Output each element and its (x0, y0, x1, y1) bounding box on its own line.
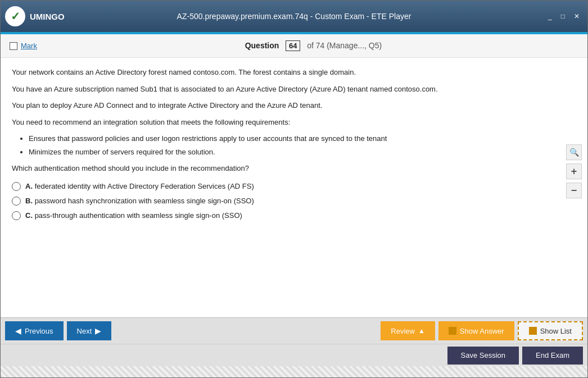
close-button[interactable]: ✕ (571, 11, 583, 21)
show-answer-button[interactable]: Show Answer (438, 321, 514, 340)
radio-b[interactable] (12, 197, 21, 206)
bullet-2: Minimizes the number of servers required… (29, 147, 576, 158)
review-arrow-icon: ▲ (418, 327, 425, 335)
zoom-out-icon[interactable]: − (566, 183, 582, 198)
review-button[interactable]: Review ▲ (381, 321, 435, 340)
show-list-icon (529, 327, 537, 335)
prev-arrow-icon: ◀ (15, 326, 21, 335)
minimize-button[interactable]: _ (545, 11, 555, 21)
mark-section[interactable]: Mark (10, 42, 37, 50)
radio-c[interactable] (12, 211, 21, 220)
paragraph-3: You plan to deploy Azure AD Connect and … (12, 100, 576, 111)
option-c[interactable]: C. pass-through authentication with seam… (12, 211, 576, 220)
window-title: AZ-500.prepaway.premium.exam.74q - Custo… (177, 12, 411, 21)
search-icon[interactable]: 🔍 (566, 144, 582, 160)
option-b-label: B. password hash synchronization with se… (25, 197, 254, 205)
question-info: Question 64 of 74 (Manage..., Q5) (245, 40, 382, 51)
show-answer-icon (449, 327, 456, 335)
question-number: 64 (286, 40, 300, 51)
title-bar-left: ✓ UMINGO (5, 6, 65, 26)
bullet-1: Ensures that password policies and user … (29, 133, 576, 144)
mark-label[interactable]: Mark (21, 42, 37, 50)
option-b[interactable]: B. password hash synchronization with se… (12, 197, 576, 206)
question-header: Mark Question 64 of 74 (Manage..., Q5) (1, 34, 587, 58)
logo-text: UMINGO (30, 12, 65, 21)
question-label: Question (245, 41, 279, 50)
toolbar-row2: Save Session End Exam (1, 344, 587, 366)
next-button[interactable]: Next ▶ (67, 321, 112, 340)
previous-button[interactable]: ◀ Previous (5, 321, 64, 340)
mark-checkbox[interactable] (10, 42, 17, 50)
paragraph-1: Your network contains an Active Director… (12, 67, 576, 78)
toolbar-row1: ◀ Previous Next ▶ Review ▲ Show Answer S… (1, 318, 587, 344)
save-session-button[interactable]: Save Session (447, 347, 519, 365)
window-controls: _ □ ✕ (545, 11, 583, 21)
end-exam-button[interactable]: End Exam (522, 347, 583, 365)
option-c-label: C. pass-through authentication with seam… (25, 211, 242, 220)
option-a[interactable]: A. federated identity with Active Direct… (12, 182, 576, 191)
question-text: Your network contains an Active Director… (12, 67, 576, 174)
paragraph-2: You have an Azure subscription named Sub… (12, 84, 576, 95)
bottom-toolbar: ◀ Previous Next ▶ Review ▲ Show Answer S… (1, 317, 587, 366)
radio-a[interactable] (12, 182, 21, 191)
question-prompt: Which authentication method should you i… (12, 163, 576, 174)
sidebar-icons: 🔍 + − (566, 144, 582, 198)
maximize-button[interactable]: □ (558, 11, 568, 21)
next-arrow-icon: ▶ (95, 326, 101, 335)
title-bar: ✓ UMINGO AZ-500.prepaway.premium.exam.74… (1, 1, 587, 32)
paragraph-4: You need to recommend an integration sol… (12, 117, 576, 128)
logo-icon: ✓ (5, 6, 25, 26)
requirements-list: Ensures that password policies and user … (29, 133, 576, 157)
zoom-in-icon[interactable]: + (566, 163, 582, 179)
content-area: Your network contains an Active Director… (1, 58, 587, 317)
options-list: A. federated identity with Active Direct… (12, 182, 576, 220)
option-a-label: A. federated identity with Active Direct… (25, 182, 254, 190)
stripe-area (1, 366, 587, 377)
show-list-button[interactable]: Show List (518, 321, 583, 340)
question-meta: of 74 (Manage..., Q5) (307, 41, 382, 50)
